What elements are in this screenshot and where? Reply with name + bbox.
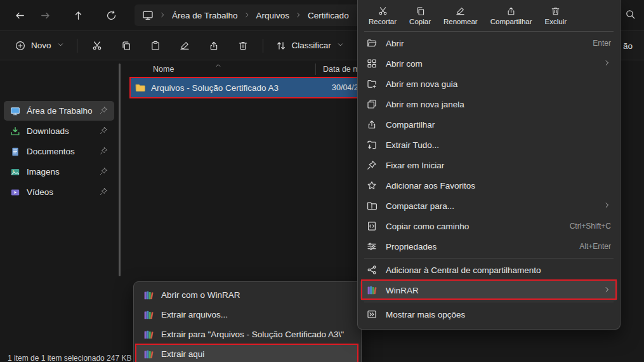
share-icon xyxy=(506,6,516,16)
submenu-chevron-icon xyxy=(603,59,611,69)
paste-icon xyxy=(150,41,161,51)
sidebar-item-area-de-trabalho[interactable]: Área de Trabalho xyxy=(4,101,114,121)
quick-action-label: Excluir xyxy=(545,18,567,25)
search-icon xyxy=(625,9,636,20)
pin-icon xyxy=(100,167,108,177)
rename-icon xyxy=(456,6,465,16)
properties-icon xyxy=(367,241,377,251)
forward-button[interactable] xyxy=(33,4,57,26)
trash-icon xyxy=(238,41,248,51)
quick-action-recortar[interactable]: Recortar xyxy=(363,3,402,29)
winrar-icon xyxy=(367,285,377,295)
cut-icon xyxy=(378,6,388,16)
breadcrumb-item-area-de-trabalho[interactable]: Área de Trabalho xyxy=(172,11,238,20)
desktop-icon xyxy=(10,106,20,116)
new-button-label: Novo xyxy=(31,41,51,50)
shortcut-label: Alt+Enter xyxy=(579,242,611,251)
documents-icon xyxy=(10,147,20,157)
star-icon xyxy=(367,180,377,191)
breadcrumb-item-arquivos[interactable]: Arquivos xyxy=(256,11,290,20)
menu-item-winrar[interactable]: WinRAR xyxy=(360,280,617,300)
menu-item-abrir[interactable]: Abrir Enter xyxy=(358,33,620,53)
shortcut-label: Enter xyxy=(593,39,611,48)
sort-button[interactable]: Classificar xyxy=(270,35,350,57)
sort-icon xyxy=(276,41,286,51)
submenu-item-extrair-arquivos[interactable]: Extrair arquivos... xyxy=(136,305,358,325)
file-explorer-window: Área de Trabalho Arquivos Certificado No… xyxy=(0,0,644,362)
back-icon xyxy=(15,10,25,21)
copy-icon xyxy=(121,41,131,51)
chevron-right-icon xyxy=(295,11,302,20)
submenu-chevron-icon xyxy=(603,286,611,295)
pin-icon xyxy=(100,126,108,137)
sidebar-item-label: Imagens xyxy=(27,167,60,177)
cut-button[interactable] xyxy=(84,35,110,57)
copy-icon xyxy=(416,6,425,16)
refresh-button[interactable] xyxy=(99,4,123,26)
trash-icon xyxy=(551,6,560,16)
submenu-item-extrair-aqui[interactable]: Extrair aqui xyxy=(136,344,358,362)
quick-action-label: Recortar xyxy=(369,18,397,25)
menu-item-mostrar-mais-opcoes[interactable]: Mostrar mais opções xyxy=(358,304,620,325)
computer-icon xyxy=(142,10,154,21)
sidebar-item-downloads[interactable]: Downloads xyxy=(4,121,114,141)
menu-separator xyxy=(364,258,614,258)
sidebar-item-label: Downloads xyxy=(27,126,69,136)
file-name: Arquivos - Solução Certificado A3 xyxy=(151,83,279,93)
menu-item-abrir-nova-guia[interactable]: Abrir em nova guia xyxy=(358,74,620,94)
sidebar-scrollbar[interactable] xyxy=(119,64,121,276)
new-button[interactable]: Novo xyxy=(9,35,70,57)
pin-icon xyxy=(100,147,108,157)
menu-item-compartilhar[interactable]: Compartilhar xyxy=(358,114,620,135)
share-icon xyxy=(209,41,219,51)
back-button[interactable] xyxy=(8,4,32,26)
new-tab-icon xyxy=(367,79,377,89)
chevron-down-icon xyxy=(57,41,64,50)
rename-icon xyxy=(180,41,190,51)
folder-icon xyxy=(135,83,145,93)
toolbar-divider xyxy=(77,39,77,53)
chevron-right-icon xyxy=(159,11,166,20)
open-icon xyxy=(367,38,377,48)
search-button[interactable] xyxy=(625,9,636,22)
submenu-item-extrair-para[interactable]: Extrair para "Arquivos - Solução Certifi… xyxy=(136,325,358,344)
menu-item-copiar-caminho[interactable]: Copiar como caminho Ctrl+Shift+C xyxy=(358,216,620,236)
zip-icon xyxy=(367,201,377,211)
toolbar-divider xyxy=(263,39,263,53)
sidebar-item-label: Área de Trabalho xyxy=(27,106,93,116)
copy-button[interactable] xyxy=(113,35,140,57)
menu-item-abrir-nova-janela[interactable]: Abrir em nova janela xyxy=(358,94,620,114)
menu-item-fixar-iniciar[interactable]: Fixar em Iniciar xyxy=(358,155,620,175)
menu-item-compactar-para[interactable]: Compactar para... xyxy=(358,196,620,216)
pictures-icon xyxy=(10,167,20,177)
delete-button[interactable] xyxy=(230,35,256,57)
up-button[interactable] xyxy=(66,4,90,26)
sidebar-item-imagens[interactable]: Imagens xyxy=(4,162,114,182)
copy-path-icon xyxy=(367,221,377,231)
column-header-nome[interactable]: Nome xyxy=(153,65,174,74)
breadcrumb-item-certificado[interactable]: Certificado xyxy=(308,11,349,20)
sidebar-item-label: Vídeos xyxy=(27,187,53,197)
quick-action-copiar[interactable]: Copiar xyxy=(404,3,437,29)
submenu-chevron-icon xyxy=(603,201,611,211)
quick-action-excluir[interactable]: Excluir xyxy=(539,3,573,29)
menu-item-adicionar-favoritos[interactable]: Adicionar aos Favoritos xyxy=(358,175,620,196)
paste-button[interactable] xyxy=(142,35,169,57)
sidebar-item-documentos[interactable]: Documentos xyxy=(4,142,114,161)
quick-action-compartilhar[interactable]: Compartilhar xyxy=(485,3,538,29)
column-divider[interactable] xyxy=(315,64,316,75)
sidebar-item-videos[interactable]: Vídeos xyxy=(4,182,114,202)
menu-item-propriedades[interactable]: Propriedades Alt+Enter xyxy=(358,236,620,257)
winrar-submenu: Abrir com o WinRAR Extrair arquivos... E… xyxy=(133,281,362,362)
quick-action-renomear[interactable]: Renomear xyxy=(438,3,483,29)
cut-icon xyxy=(92,41,102,51)
new-window-icon xyxy=(367,99,377,109)
submenu-item-abrir-com-winrar[interactable]: Abrir com o WinRAR xyxy=(136,285,358,305)
menu-item-extrair-tudo[interactable]: Extrair Tudo... xyxy=(358,135,620,155)
share-button[interactable] xyxy=(200,35,227,57)
menu-item-abrir-com[interactable]: Abrir com xyxy=(358,53,620,74)
sort-button-label: Classificar xyxy=(292,41,331,50)
forward-icon xyxy=(40,10,51,21)
menu-item-central-compartilhamento[interactable]: Adicionar à Central de compartilhamento xyxy=(358,260,620,280)
rename-button[interactable] xyxy=(171,35,198,57)
